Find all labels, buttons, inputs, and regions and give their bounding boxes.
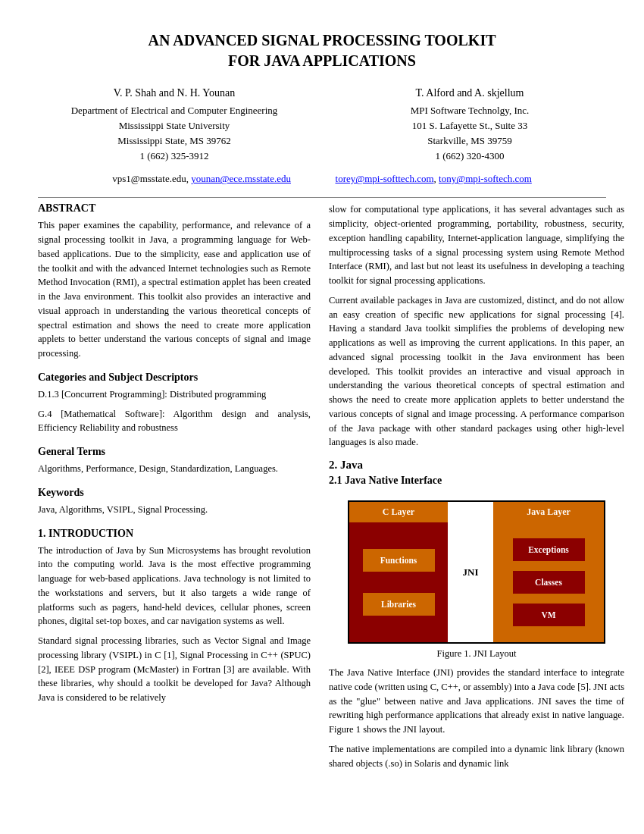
email-right1-link[interactable]: torey@mpi-softtech.com bbox=[336, 173, 434, 184]
intro-para1: The introduction of Java by Sun Microsys… bbox=[38, 544, 311, 629]
categories-title: Categories and Subject Descriptors bbox=[38, 372, 311, 384]
left-column: ABSTRACT This paper examines the capabil… bbox=[38, 202, 311, 776]
figure-container: C Layer Functions Libraries JNI bbox=[348, 500, 605, 660]
general-terms-title: General Terms bbox=[38, 446, 311, 458]
intro-title: 1. INTRODUCTION bbox=[38, 528, 311, 540]
author-left-university: Mississippi State University bbox=[38, 118, 311, 133]
author-right-address: 101 S. Lafayette St., Suite 33 bbox=[333, 118, 606, 133]
abstract-text: This paper examines the capability, perf… bbox=[38, 218, 311, 361]
author-left-name: V. P. Shah and N. H. Younan bbox=[38, 85, 311, 102]
jni-center: JNI bbox=[448, 502, 493, 642]
c-layer-box: C Layer Functions Libraries bbox=[349, 502, 448, 642]
vm-btn: VM bbox=[513, 604, 585, 626]
right-para1: slow for computational type applications… bbox=[329, 202, 624, 288]
jni-label: JNI bbox=[463, 566, 479, 578]
author-right-name: T. Alford and A. skjellum bbox=[333, 85, 606, 102]
functions-btn: Functions bbox=[363, 549, 435, 572]
categories-item1: D.1.3 [Concurrent Programming]: Distribu… bbox=[38, 387, 311, 402]
right-para2: Current available packages in Java are c… bbox=[329, 293, 624, 450]
jni-diagram: C Layer Functions Libraries JNI bbox=[348, 500, 605, 644]
c-layer-header: C Layer bbox=[349, 502, 448, 522]
page: AN ADVANCED SIGNAL PROCESSING TOOLKIT FO… bbox=[38, 30, 606, 776]
categories-item2: G.4 [Mathematical Software]: Algorithm d… bbox=[38, 407, 311, 436]
figure-caption: Figure 1. JNI Layout bbox=[348, 648, 605, 660]
exceptions-btn: Exceptions bbox=[513, 538, 585, 561]
java-layer-inner: Exceptions Classes VM bbox=[493, 522, 604, 642]
email-right2-link[interactable]: tony@mpi-softech.com bbox=[439, 173, 532, 184]
classes-btn: Classes bbox=[513, 571, 585, 594]
two-col-body: ABSTRACT This paper examines the capabil… bbox=[38, 202, 606, 776]
author-right-phone: 1 (662) 320-4300 bbox=[333, 149, 606, 164]
author-right-company: MPI Software Technolgy, Inc. bbox=[333, 103, 606, 118]
jni-para1: The Java Native Interface (JNI) provides… bbox=[329, 666, 624, 737]
general-terms-text: Algorithms, Performance, Design, Standar… bbox=[38, 462, 311, 476]
author-left-location: Mississippi State, MS 39762 bbox=[38, 133, 311, 149]
authors-row: V. P. Shah and N. H. Younan Department o… bbox=[38, 85, 606, 164]
title-block: AN ADVANCED SIGNAL PROCESSING TOOLKIT FO… bbox=[38, 30, 606, 71]
author-left: V. P. Shah and N. H. Younan Department o… bbox=[38, 85, 311, 164]
author-left-dept: Department of Electrical and Computer En… bbox=[38, 103, 311, 118]
section2-title: 2. Java bbox=[329, 459, 624, 472]
email-left1: vps1@msstate.edu bbox=[112, 173, 186, 184]
main-title: AN ADVANCED SIGNAL PROCESSING TOOLKIT FO… bbox=[38, 30, 606, 71]
divider bbox=[38, 197, 606, 198]
java-layer-box: Java Layer Exceptions Classes VM bbox=[493, 502, 604, 642]
abstract-title: ABSTRACT bbox=[38, 202, 311, 215]
keywords-title: Keywords bbox=[38, 487, 311, 499]
keywords-text: Java, Algorithms, VSIPL, Signal Processi… bbox=[38, 503, 311, 517]
java-layer-header: Java Layer bbox=[493, 502, 604, 522]
right-column: slow for computational type applications… bbox=[329, 202, 624, 776]
jni-para2: The native implementations are compiled … bbox=[329, 742, 624, 771]
libraries-btn: Libraries bbox=[363, 593, 435, 616]
email-row: vps1@msstate.edu, younan@ece.msstate.edu… bbox=[38, 173, 606, 185]
intro-para2: Standard signal processing libraries, su… bbox=[38, 634, 311, 705]
c-layer-inner: Functions Libraries bbox=[349, 522, 448, 642]
author-right: T. Alford and A. skjellum MPI Software T… bbox=[333, 85, 606, 164]
author-right-location: Starkville, MS 39759 bbox=[333, 133, 606, 149]
section21-title: 2.1 Java Native Interface bbox=[329, 475, 624, 487]
diagram-inner: C Layer Functions Libraries JNI bbox=[349, 502, 604, 642]
email-left2-link[interactable]: younan@ece.msstate.edu bbox=[191, 173, 291, 184]
author-left-phone: 1 (662) 325-3912 bbox=[38, 149, 311, 164]
